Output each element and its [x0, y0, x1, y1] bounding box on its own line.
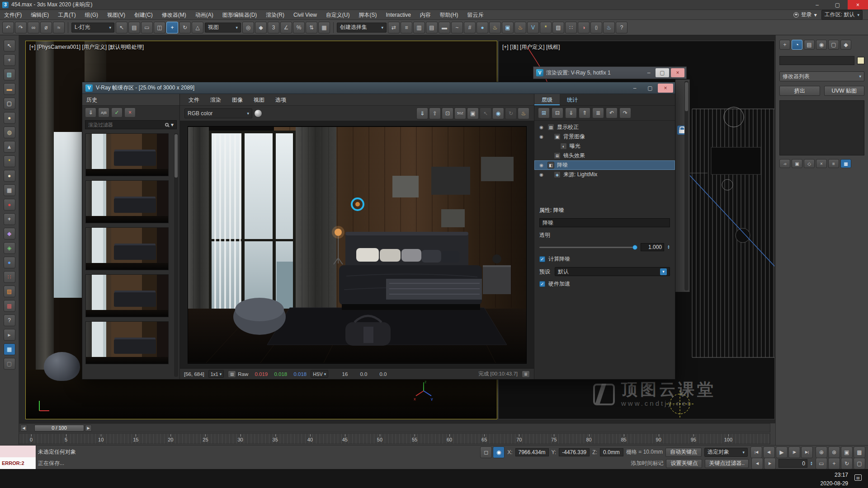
- use-pivot-center-icon[interactable]: ◎: [242, 22, 254, 33]
- maxscript-mini-listener[interactable]: ERROR:2: [0, 446, 36, 469]
- tab-layers[interactable]: 层级: [534, 94, 560, 105]
- stamp-icon[interactable]: 50Z: [454, 108, 466, 119]
- menu-item-2[interactable]: 工具(T): [54, 10, 80, 20]
- vfb-title-bar[interactable]: V V-Ray 帧缓存区 - [25.0% of 3000 x 2089] – …: [82, 82, 675, 94]
- key-step-back-icon[interactable]: ◀: [751, 458, 763, 469]
- auto-key-button[interactable]: 自动关键点: [665, 448, 702, 457]
- select-and-link-icon[interactable]: ∞: [28, 22, 39, 33]
- torus-primitive-icon[interactable]: ◍: [4, 127, 15, 138]
- schematic-view-icon[interactable]: #: [464, 22, 476, 33]
- select-and-move-icon[interactable]: +: [166, 22, 178, 33]
- align-icon[interactable]: ≡: [401, 22, 412, 33]
- history-thumbnail-5[interactable]: [85, 321, 169, 364]
- undo-icon[interactable]: ↶: [2, 22, 14, 33]
- history-search[interactable]: ▾: [85, 120, 177, 129]
- history-thumbnail-4[interactable]: [85, 274, 169, 317]
- viewport-layout-icon[interactable]: ▦: [4, 343, 15, 355]
- spinner-icon[interactable]: ▲▼: [810, 461, 813, 466]
- previous-frame-icon[interactable]: ◀|: [763, 446, 775, 458]
- menu-item-16[interactable]: 留云斥: [463, 10, 488, 20]
- render-setup-icon[interactable]: ♨: [489, 22, 501, 33]
- menu-item-13[interactable]: Interactive: [382, 10, 415, 20]
- vfb-menu-item-3[interactable]: 视图: [249, 94, 269, 106]
- object-name-field[interactable]: [779, 56, 854, 65]
- motion-tab-icon[interactable]: ◉: [816, 40, 827, 50]
- viewport-top-label[interactable]: [+] [顶] [用户定义] [线框]: [502, 43, 560, 51]
- layer-manager-icon[interactable]: ▧: [552, 22, 564, 33]
- play-animation-icon[interactable]: ▶: [776, 446, 788, 458]
- menu-item-1[interactable]: 编辑(E): [27, 10, 53, 20]
- rendered-frame-window-icon[interactable]: ▣: [502, 22, 514, 33]
- load-preset-icon[interactable]: ⇑: [579, 108, 590, 118]
- slider-knob[interactable]: [632, 245, 637, 250]
- track-bar[interactable]: 0510152025303540455055606570758085909510…: [19, 433, 770, 444]
- opacity-value[interactable]: 1.000: [641, 243, 664, 251]
- z-coordinate-field[interactable]: 0.0mm: [600, 448, 623, 456]
- time-slider-handle[interactable]: 0 / 100: [34, 425, 84, 432]
- history-scrollbar[interactable]: [174, 133, 178, 377]
- visibility-eye-icon[interactable]: ◉: [538, 172, 545, 177]
- slider-track[interactable]: [539, 247, 637, 248]
- pan-view-icon[interactable]: +: [828, 458, 840, 469]
- spinner-snap-icon[interactable]: ⇅: [306, 22, 317, 33]
- hierarchy-tab-icon[interactable]: ▤: [804, 40, 815, 50]
- menu-item-3[interactable]: 组(G): [81, 10, 102, 20]
- zoom-icon[interactable]: ⊕: [816, 446, 827, 458]
- modifier-uvwmap-button[interactable]: UVW 贴图: [824, 86, 865, 96]
- save-preset-icon[interactable]: ⇓: [565, 108, 577, 118]
- next-frame-icon[interactable]: |▶: [788, 446, 800, 458]
- selection-lock-icon[interactable]: ◉: [493, 446, 505, 458]
- sphere-primitive-icon[interactable]: ●: [4, 112, 15, 124]
- region-render-icon[interactable]: ⊡: [442, 108, 453, 119]
- gradient-box-icon[interactable]: ▨: [4, 286, 15, 297]
- add-layer-icon[interactable]: ⊞: [538, 108, 550, 118]
- sunlight-icon[interactable]: *: [4, 155, 15, 167]
- help-icon[interactable]: ?: [616, 22, 627, 33]
- follow-mouse-icon[interactable]: ◉: [492, 108, 504, 119]
- minimize-button[interactable]: –: [642, 68, 656, 77]
- channel-dropdown[interactable]: RGB color ▾: [184, 108, 252, 118]
- orbit-icon[interactable]: ↻: [841, 458, 853, 469]
- maximize-button[interactable]: ▢: [642, 84, 658, 93]
- checker-map-icon[interactable]: ▦: [4, 184, 15, 196]
- select-object-icon[interactable]: ↖: [116, 22, 127, 33]
- layer-name-field[interactable]: 降噪: [539, 218, 670, 227]
- box-primitive-icon[interactable]: ▧: [4, 69, 15, 80]
- vray-frame-buffer-window[interactable]: V V-Ray 帧缓存区 - [25.0% of 3000 x 2089] – …: [82, 82, 675, 380]
- zoom-all-icon[interactable]: ⊛: [828, 446, 840, 458]
- rect-shape-icon[interactable]: ▢: [4, 98, 15, 109]
- cone-primitive-icon[interactable]: ▲: [4, 141, 15, 153]
- workspace-dropdown[interactable]: 工作区: 默认 ▾: [821, 10, 863, 20]
- color-mode-dropdown[interactable]: HSV ▾: [311, 370, 328, 378]
- menu-item-9[interactable]: 渲染(R): [262, 10, 288, 20]
- modify-tab-icon[interactable]: ◔: [792, 40, 802, 50]
- visibility-eye-icon[interactable]: ◉: [538, 125, 545, 130]
- go-to-end-icon[interactable]: ▶|: [801, 446, 813, 458]
- foliage-icon[interactable]: ◈: [4, 242, 15, 254]
- key-mode-dropdown[interactable]: 选定对象 ▾: [704, 448, 748, 457]
- redo-icon[interactable]: ↷: [619, 108, 631, 118]
- vfb-menu-item-2[interactable]: 图像: [227, 94, 248, 106]
- y-coordinate-field[interactable]: -4476.339: [559, 448, 590, 456]
- layer-list-icon[interactable]: ≣: [592, 108, 604, 118]
- minimize-button[interactable]: –: [807, 0, 827, 9]
- remove-modifier-icon[interactable]: ×: [816, 159, 827, 168]
- help-tool-icon[interactable]: ?: [4, 314, 15, 326]
- modifier-list-dropdown[interactable]: 修改器列表 ▾: [779, 71, 864, 81]
- stats-icon[interactable]: ≣: [522, 371, 530, 378]
- time-slider[interactable]: ◀ 0 / 100 ▶: [19, 423, 770, 432]
- material-editor-icon[interactable]: ●: [476, 22, 488, 33]
- viewport-camera-label[interactable]: [+] [PhysCamera001] [用户定义] [默认明暗处理]: [29, 43, 144, 51]
- maximize-viewport-icon[interactable]: ▢: [854, 458, 865, 469]
- edit-named-sets-icon[interactable]: ▦: [318, 22, 330, 33]
- preset-dropdown[interactable]: 默认 ▼: [555, 267, 670, 276]
- spinner-icon[interactable]: ▲▼: [667, 245, 670, 249]
- configure-modifier-sets-icon[interactable]: ≡: [828, 159, 839, 168]
- teapot-render-icon[interactable]: ♨: [603, 22, 615, 33]
- create-tab-icon[interactable]: +: [779, 40, 790, 50]
- show-end-result-icon[interactable]: ▣: [792, 159, 802, 168]
- zoom-extents-all-icon[interactable]: ▩: [854, 446, 865, 458]
- hardware-accel-checkbox[interactable]: ✓ 硬件加速: [539, 280, 670, 288]
- notification-icon[interactable]: ▤: [854, 474, 862, 481]
- key-step-forward-icon[interactable]: ▶: [764, 458, 776, 469]
